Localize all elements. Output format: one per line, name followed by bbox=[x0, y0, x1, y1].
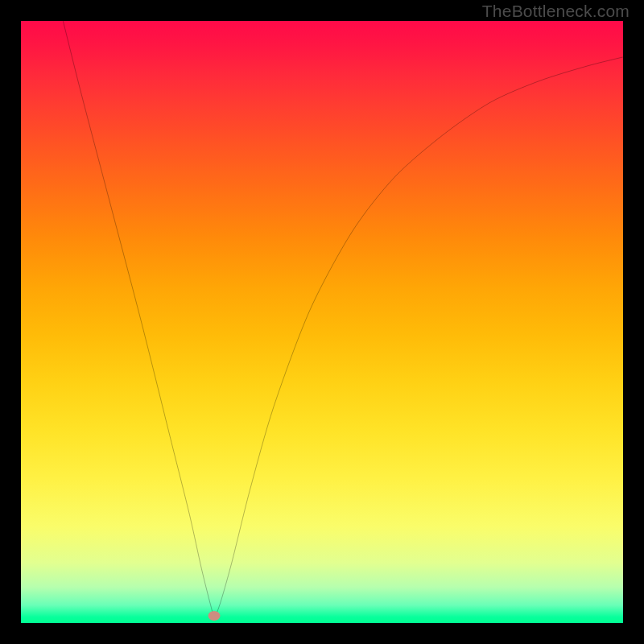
optimal-point-marker bbox=[208, 611, 221, 621]
bottleneck-curve bbox=[21, 21, 623, 623]
watermark-text: TheBottleneck.com bbox=[482, 2, 630, 21]
plot-frame bbox=[19, 19, 625, 625]
plot-area bbox=[21, 21, 623, 623]
